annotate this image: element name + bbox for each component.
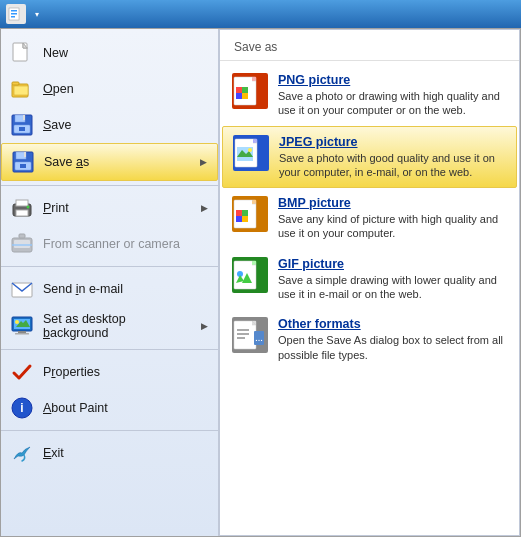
save-option-png[interactable]: PNG picture Save a photo or drawing with… — [220, 65, 519, 126]
print-submenu-arrow: ▶ — [201, 203, 208, 213]
right-panel-title: Save as — [220, 38, 519, 61]
svg-rect-67 — [237, 337, 245, 339]
svg-rect-66 — [237, 333, 249, 335]
menu-item-saveas-label: Save as — [44, 155, 192, 169]
other-option-icon: … — [232, 317, 268, 353]
svg-rect-7 — [12, 82, 19, 85]
other-option-desc: Open the Save As dialog box to select fr… — [278, 333, 507, 362]
svg-rect-26 — [19, 234, 25, 238]
jpeg-option-icon — [233, 135, 269, 171]
svg-rect-40 — [242, 87, 248, 93]
png-option-text: PNG picture Save a photo or drawing with… — [278, 73, 507, 118]
print-icon — [9, 195, 35, 221]
svg-text:…: … — [255, 334, 263, 343]
svg-rect-31 — [15, 333, 29, 335]
bmp-option-text: BMP picture Save any kind of picture wit… — [278, 196, 507, 241]
save-icon — [9, 112, 35, 138]
svg-rect-13 — [19, 127, 25, 131]
gif-option-icon — [232, 257, 268, 293]
menu-item-save-label: Save — [43, 118, 208, 132]
menu-item-print-label: Print — [43, 201, 193, 215]
png-option-icon — [232, 73, 268, 109]
jpeg-option-desc: Save a photo with good quality and use i… — [279, 151, 506, 180]
menu-item-new[interactable]: New — [1, 35, 218, 71]
open-icon — [9, 76, 35, 102]
svg-text:i: i — [20, 401, 23, 415]
png-option-heading: PNG picture — [278, 73, 507, 87]
bmp-option-icon — [232, 196, 268, 232]
menu-item-exit-label: Exit — [43, 446, 208, 460]
app-icon — [6, 4, 26, 24]
about-icon: i — [9, 395, 35, 421]
menu-item-properties[interactable]: Properties — [1, 354, 218, 390]
menu-item-about-label: About Paint — [43, 401, 208, 415]
separator-3 — [1, 349, 218, 350]
jpeg-option-text: JPEG picture Save a photo with good qual… — [279, 135, 506, 180]
menu-item-about[interactable]: i About Paint — [1, 390, 218, 426]
right-panel: Save as PNG picture Save a photo or — [219, 29, 520, 536]
left-menu-panel: New Open — [1, 29, 219, 536]
svg-rect-16 — [24, 152, 26, 157]
svg-rect-52 — [236, 210, 242, 216]
properties-icon — [9, 359, 35, 385]
svg-rect-30 — [18, 331, 26, 333]
save-option-jpeg[interactable]: JPEG picture Save a photo with good qual… — [222, 126, 517, 189]
menu-item-email-label: Send in e-mail — [43, 282, 208, 296]
svg-rect-53 — [242, 210, 248, 216]
other-option-text: Other formats Open the Save As dialog bo… — [278, 317, 507, 362]
new-icon — [9, 40, 35, 66]
svg-rect-25 — [12, 244, 32, 246]
svg-point-48 — [248, 148, 252, 152]
svg-rect-3 — [11, 16, 15, 18]
menu-item-saveas[interactable]: Save as ▶ — [1, 143, 218, 181]
gif-option-desc: Save a simple drawing with lower quality… — [278, 273, 507, 302]
email-icon — [9, 276, 35, 302]
exit-icon — [9, 440, 35, 466]
save-option-bmp[interactable]: BMP picture Save any kind of picture wit… — [220, 188, 519, 249]
menu-item-scanner[interactable]: From scanner or camera — [1, 226, 218, 262]
menu-item-properties-label: Properties — [43, 365, 208, 379]
svg-rect-18 — [20, 164, 26, 168]
svg-rect-21 — [16, 210, 28, 216]
gif-option-heading: GIF picture — [278, 257, 507, 271]
menu-item-open[interactable]: Open — [1, 71, 218, 107]
svg-rect-11 — [23, 115, 25, 120]
menu-item-exit[interactable]: Exit — [1, 435, 218, 471]
menu-dropdown-arrow[interactable]: ▾ — [30, 7, 44, 21]
menu-item-save[interactable]: Save — [1, 107, 218, 143]
menu-item-email[interactable]: Send in e-mail — [1, 271, 218, 307]
menu-container: New Open — [0, 28, 521, 537]
svg-rect-42 — [242, 93, 248, 99]
saveas-icon — [10, 149, 36, 175]
svg-rect-2 — [11, 13, 17, 15]
bmp-option-desc: Save any kind of picture with high quali… — [278, 212, 507, 241]
save-option-gif[interactable]: GIF picture Save a simple drawing with l… — [220, 249, 519, 310]
svg-rect-65 — [237, 329, 249, 331]
menu-item-desktop-label: Set as desktop background — [43, 312, 193, 340]
bmp-option-heading: BMP picture — [278, 196, 507, 210]
svg-rect-20 — [16, 200, 28, 206]
save-option-other[interactable]: … Other formats Open the Save As dialog … — [220, 309, 519, 370]
menu-item-new-label: New — [43, 46, 208, 60]
svg-point-33 — [15, 320, 19, 324]
svg-rect-55 — [242, 216, 248, 222]
jpeg-option-heading: JPEG picture — [279, 135, 506, 149]
svg-rect-39 — [236, 87, 242, 93]
menu-item-open-label: Open — [43, 82, 208, 96]
menu-item-print[interactable]: Print ▶ — [1, 190, 218, 226]
other-option-heading: Other formats — [278, 317, 507, 331]
scanner-icon — [9, 231, 35, 257]
svg-rect-8 — [14, 86, 28, 95]
png-option-desc: Save a photo or drawing with high qualit… — [278, 89, 507, 118]
separator-4 — [1, 430, 218, 431]
saveas-submenu-arrow: ▶ — [200, 157, 207, 167]
title-bar: ▾ — [0, 0, 521, 28]
separator-1 — [1, 185, 218, 186]
svg-rect-41 — [236, 93, 242, 99]
svg-point-22 — [27, 206, 30, 209]
desktop-icon — [9, 313, 35, 339]
menu-item-scanner-label: From scanner or camera — [43, 237, 208, 251]
desktop-submenu-arrow: ▶ — [201, 321, 208, 331]
gif-option-text: GIF picture Save a simple drawing with l… — [278, 257, 507, 302]
menu-item-desktop[interactable]: Set as desktop background ▶ — [1, 307, 218, 345]
